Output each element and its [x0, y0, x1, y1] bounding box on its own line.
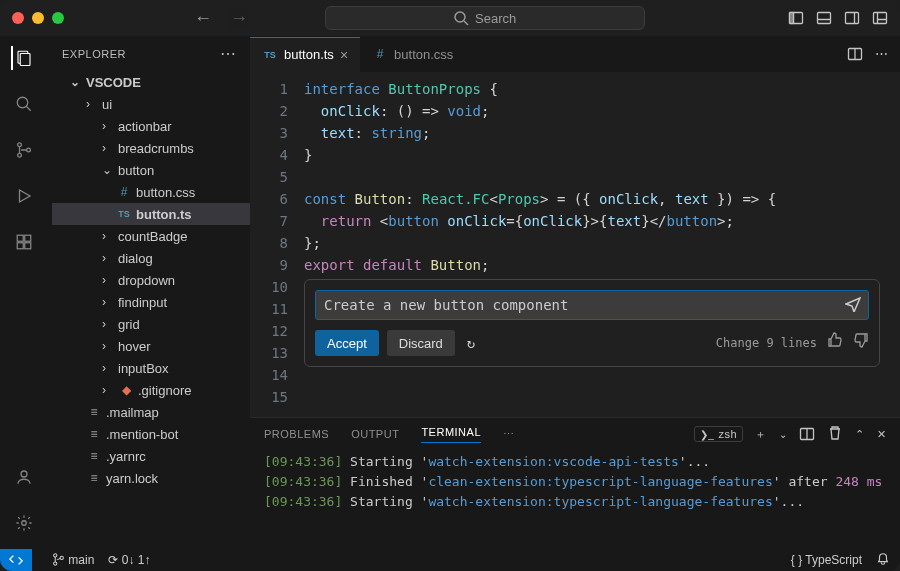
regenerate-icon[interactable]: ↻	[467, 332, 475, 354]
folder-button[interactable]: ⌄button	[52, 159, 250, 181]
maximize-window-icon[interactable]	[52, 12, 64, 24]
file-tree: ⌄VSCODE ›ui ›actionbar ›breadcrumbs ⌄but…	[48, 71, 250, 489]
layout-panel-icon[interactable]	[816, 10, 832, 26]
thumbs-down-icon[interactable]	[853, 332, 869, 355]
file-icon: ≡	[86, 448, 102, 464]
file-mention-bot[interactable]: ≡.mention-bot	[52, 423, 250, 445]
nav-back-icon[interactable]: ←	[194, 8, 212, 29]
folder-ui[interactable]: ›ui	[52, 93, 250, 115]
close-window-icon[interactable]	[12, 12, 24, 24]
extensions-view-icon[interactable]	[12, 230, 36, 254]
customize-layout-icon[interactable]	[872, 10, 888, 26]
discard-button[interactable]: Discard	[387, 330, 455, 356]
svg-point-25	[22, 521, 27, 526]
folder-hover[interactable]: ›hover	[52, 335, 250, 357]
terminal-shell-selector[interactable]: ❯_zsh	[694, 426, 743, 442]
search-view-icon[interactable]	[12, 92, 36, 116]
svg-point-31	[54, 562, 57, 565]
ts-file-icon: TS	[262, 47, 278, 63]
split-terminal-icon[interactable]	[799, 426, 815, 442]
folder-dropdown[interactable]: ›dropdown	[52, 269, 250, 291]
remote-indicator[interactable]	[0, 549, 32, 571]
status-bar: main ⟳ 0↓ 1↑ { } TypeScript	[0, 549, 900, 571]
sidebar-title: EXPLORER	[62, 48, 126, 60]
tab-button-css[interactable]: # button.css	[360, 37, 465, 72]
svg-point-18	[27, 148, 31, 152]
tree-root[interactable]: ⌄VSCODE	[52, 71, 250, 93]
inline-chat: Accept Discard ↻ Change 9 lines	[304, 279, 880, 367]
file-mailmap[interactable]: ≡.mailmap	[52, 401, 250, 423]
close-panel-icon[interactable]: ✕	[877, 428, 887, 441]
file-button-css[interactable]: #button.css	[52, 181, 250, 203]
svg-point-17	[18, 153, 22, 157]
source-control-view-icon[interactable]	[12, 138, 36, 162]
file-gitignore[interactable]: ›◆.gitignore	[52, 379, 250, 401]
editor-area: TS button.ts × # button.css ⋯ 1 2 3 4 5 …	[250, 36, 900, 549]
svg-point-32	[60, 556, 63, 559]
kill-terminal-icon[interactable]	[827, 425, 843, 443]
folder-actionbar[interactable]: ›actionbar	[52, 115, 250, 137]
svg-marker-19	[20, 190, 31, 202]
layout-sidebar-right-icon[interactable]	[844, 10, 860, 26]
svg-rect-5	[817, 13, 830, 24]
layout-sidebar-left-icon[interactable]	[788, 10, 804, 26]
accounts-icon[interactable]	[12, 465, 36, 489]
settings-gear-icon[interactable]	[12, 511, 36, 535]
panel-tab-output[interactable]: OUTPUT	[351, 428, 399, 440]
file-yarnrc[interactable]: ≡.yarnrc	[52, 445, 250, 467]
sync-status[interactable]: ⟳ 0↓ 1↑	[108, 553, 150, 567]
maximize-panel-icon[interactable]: ⌃	[855, 428, 865, 441]
terminal-dropdown-icon[interactable]: ⌄	[779, 429, 788, 440]
sidebar-more-icon[interactable]: ⋯	[220, 44, 237, 63]
change-status: Change 9 lines	[716, 332, 817, 354]
new-terminal-icon[interactable]: ＋	[755, 427, 767, 442]
inline-chat-input[interactable]	[315, 290, 869, 320]
code-content[interactable]: interface ButtonProps { onClick: () => v…	[304, 72, 900, 417]
folder-grid[interactable]: ›grid	[52, 313, 250, 335]
folder-countbadge[interactable]: ›countBadge	[52, 225, 250, 247]
send-icon[interactable]	[845, 296, 861, 318]
file-icon: ≡	[86, 426, 102, 442]
panel-more-icon[interactable]: ⋯	[503, 428, 515, 441]
command-center[interactable]: Search	[325, 6, 645, 30]
svg-point-24	[21, 471, 27, 477]
explorer-view-icon[interactable]	[11, 46, 35, 70]
folder-inputbox[interactable]: ›inputBox	[52, 357, 250, 379]
panel-tab-problems[interactable]: PROBLEMS	[264, 428, 329, 440]
nav-forward-icon[interactable]: →	[230, 8, 248, 29]
tab-button-ts[interactable]: TS button.ts ×	[250, 37, 360, 72]
close-tab-icon[interactable]: ×	[340, 47, 348, 63]
bottom-panel: PROBLEMS OUTPUT TERMINAL ⋯ ❯_zsh ＋ ⌄ ⌃ ✕	[250, 417, 900, 549]
search-icon	[453, 10, 469, 26]
panel-tab-terminal[interactable]: TERMINAL	[421, 426, 481, 443]
sidebar: EXPLORER ⋯ ⌄VSCODE ›ui ›actionbar ›bread…	[48, 36, 250, 549]
minimize-window-icon[interactable]	[32, 12, 44, 24]
file-icon: ≡	[86, 470, 102, 486]
file-icon: ≡	[86, 404, 102, 420]
terminal-output[interactable]: [09:43:36] Starting 'watch-extension:vsc…	[250, 450, 900, 549]
folder-dialog[interactable]: ›dialog	[52, 247, 250, 269]
thumbs-up-icon[interactable]	[827, 332, 843, 355]
folder-findinput[interactable]: ›findinput	[52, 291, 250, 313]
editor-tabs: TS button.ts × # button.css ⋯	[250, 36, 900, 72]
git-branch[interactable]: main	[52, 553, 94, 567]
notifications-icon[interactable]	[876, 552, 890, 569]
svg-rect-9	[873, 13, 886, 24]
file-yarn-lock[interactable]: ≡yarn.lock	[52, 467, 250, 489]
css-file-icon: #	[372, 46, 388, 62]
title-bar: ← → Search	[0, 0, 900, 36]
svg-line-1	[464, 21, 468, 25]
editor-more-icon[interactable]: ⋯	[875, 46, 888, 62]
css-file-icon: #	[116, 184, 132, 200]
svg-rect-7	[845, 13, 858, 24]
accept-button[interactable]: Accept	[315, 330, 379, 356]
svg-rect-22	[25, 243, 31, 249]
split-editor-icon[interactable]	[847, 46, 863, 62]
language-mode[interactable]: { } TypeScript	[791, 553, 862, 567]
folder-breadcrumbs[interactable]: ›breadcrumbs	[52, 137, 250, 159]
file-button-ts[interactable]: TSbutton.ts	[52, 203, 250, 225]
line-gutter: 1 2 3 4 5 6 7 8 9 10 11 12 13 14 15	[250, 72, 304, 417]
svg-point-16	[18, 143, 22, 147]
activity-bar	[0, 36, 48, 549]
run-debug-view-icon[interactable]	[12, 184, 36, 208]
